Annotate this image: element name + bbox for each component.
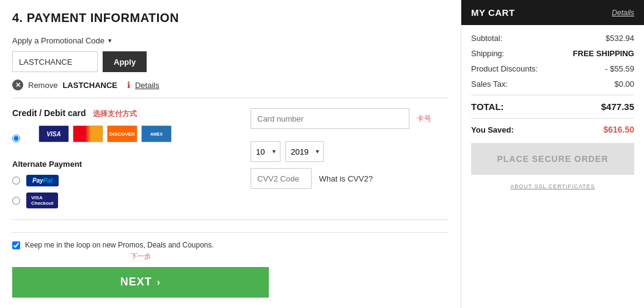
mastercard-logo — [73, 125, 103, 142]
discover-logo: DISCOVER — [107, 125, 137, 142]
place-order-button[interactable]: PLACE SECURE ORDER — [471, 143, 634, 175]
promo-section: Apply a Promotional Code ▾ Apply ✕ Remov… — [12, 36, 448, 98]
next-button[interactable]: NEXT › — [12, 267, 269, 298]
card-note: 卡号 — [417, 114, 431, 124]
promo-label-toggle[interactable]: Apply a Promotional Code ▾ — [12, 36, 448, 45]
visa-checkout-option: VISACheckout — [12, 193, 232, 208]
card-number-input[interactable] — [251, 108, 409, 129]
card-radio-row: VISA DISCOVER AMEX — [12, 125, 232, 151]
alternate-title: Alternate Payment — [12, 160, 232, 169]
cart-divider — [471, 95, 634, 95]
apply-promo-button[interactable]: Apply — [103, 51, 147, 72]
sidebar-header: MY CART Details — [461, 0, 644, 25]
promo-applied-row: ✕ Remove LASTCHANCE ℹ Details — [12, 79, 448, 98]
cart-divider-2 — [471, 118, 634, 119]
cvv-row: What is CVV2? — [251, 168, 448, 189]
promo-code-input[interactable] — [12, 51, 98, 72]
promo-checkbox-row: Keep me in the loop on new Promos, Deals… — [12, 232, 448, 251]
card-radio[interactable] — [12, 134, 20, 142]
visa-checkout-logo: VISACheckout — [26, 193, 58, 208]
next-step-label: 下一步 — [12, 252, 269, 261]
promo-checkbox[interactable] — [12, 241, 20, 249]
subtotal-row: Subtotal: $532.94 — [471, 34, 634, 43]
sidebar-body: Subtotal: $532.94 Shipping: FREE SHIPPIN… — [461, 25, 644, 199]
info-icon[interactable]: ℹ — [127, 80, 130, 90]
expiry-year-select[interactable]: 201920202021 202220232024 — [285, 141, 324, 162]
card-form: 卡号 010203 040506 070809 101112 201920202 — [232, 108, 448, 189]
payment-left: Credit / Debit card 选择支付方式 VISA DISCOVER… — [12, 108, 232, 215]
expiry-row: 010203 040506 070809 101112 201920202021… — [251, 141, 448, 162]
discounts-row: Product Discounts: - $55.59 — [471, 64, 634, 73]
remove-label: Remove — [28, 81, 57, 90]
visa-checkout-radio[interactable] — [12, 197, 20, 205]
ssl-link[interactable]: ABOUT SSL CERTIFICATES — [510, 183, 595, 189]
ssl-row: ABOUT SSL CERTIFICATES — [471, 181, 634, 190]
cart-details-link[interactable]: Details — [612, 9, 634, 17]
shipping-row: Shipping: FREE SHIPPING — [471, 49, 634, 58]
tax-row: Sales Tax: $0.00 — [471, 79, 634, 89]
promo-checkbox-label: Keep me in the loop on new Promos, Deals… — [25, 240, 214, 251]
paypal-option: PayPal — [12, 175, 232, 186]
credit-debit-title: Credit / Debit card 选择支付方式 — [12, 108, 232, 119]
cvv-what-link[interactable]: What is CVV2? — [319, 174, 373, 183]
promo-details-link[interactable]: Details — [135, 81, 159, 90]
amex-logo: AMEX — [141, 125, 172, 142]
page-title: 4. PAYMENT INFORMATION — [12, 11, 448, 25]
paypal-radio[interactable] — [12, 177, 20, 185]
alternate-payment: Alternate Payment PayPal VISACheckout — [12, 160, 232, 208]
payment-section: Credit / Debit card 选择支付方式 VISA DISCOVER… — [12, 108, 448, 215]
year-select-wrapper: 201920202021 202220232024 — [285, 141, 324, 162]
saved-row: You Saved: $616.50 — [471, 125, 634, 134]
total-row: TOTAL: $477.35 — [471, 101, 634, 112]
cvv-input[interactable] — [251, 168, 312, 189]
cart-sidebar: MY CART Details Subtotal: $532.94 Shippi… — [461, 0, 644, 308]
sidebar-title: MY CART — [471, 7, 515, 18]
paypal-logo: PayPal — [26, 175, 59, 186]
card-logos: VISA DISCOVER AMEX — [38, 125, 172, 142]
promo-input-row: Apply — [12, 51, 448, 72]
expiry-month-select[interactable]: 010203 040506 070809 101112 — [251, 141, 280, 162]
applied-promo-code: LASTCHANCE — [62, 81, 117, 90]
visa-logo: VISA — [38, 125, 69, 142]
payment-choice-label: 选择支付方式 — [93, 109, 137, 118]
remove-promo-button[interactable]: ✕ — [12, 79, 23, 90]
month-select-wrapper: 010203 040506 070809 101112 — [251, 141, 280, 162]
next-arrow-icon: › — [157, 277, 161, 288]
chevron-icon: ▾ — [108, 37, 112, 45]
